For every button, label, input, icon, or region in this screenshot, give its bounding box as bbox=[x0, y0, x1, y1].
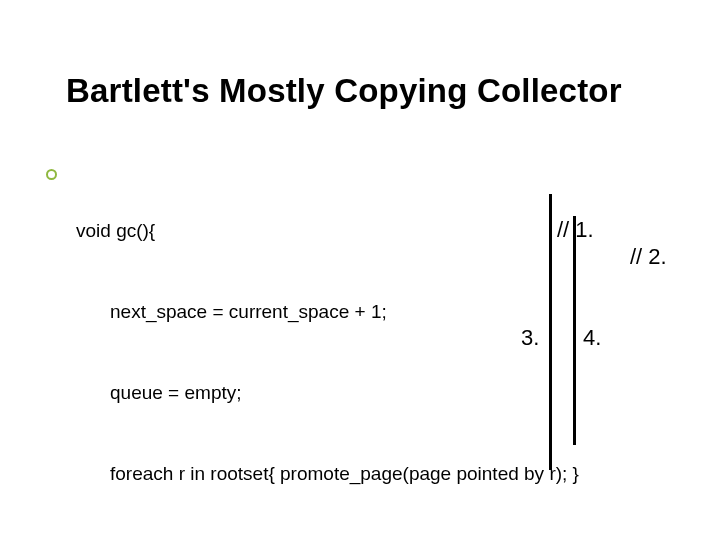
vertical-bar-1 bbox=[549, 194, 552, 470]
annotation-3: 3. bbox=[521, 325, 539, 351]
code-line: void gc(){ bbox=[76, 217, 582, 244]
annotation-4: 4. bbox=[583, 325, 601, 351]
bullet-icon bbox=[46, 169, 57, 180]
slide: Bartlett's Mostly Copying Collector void… bbox=[0, 0, 720, 540]
code-block: void gc(){ next_space = current_space + … bbox=[76, 163, 582, 540]
annotation-2: // 2. bbox=[630, 244, 667, 270]
code-line: foreach r in rootset{ promote_page(page … bbox=[76, 460, 582, 487]
vertical-bar-2 bbox=[573, 216, 576, 445]
slide-title: Bartlett's Mostly Copying Collector bbox=[66, 72, 622, 110]
code-line: queue = empty; bbox=[76, 379, 582, 406]
annotation-1: // 1. bbox=[557, 217, 594, 243]
code-line: next_space = current_space + 1; bbox=[76, 298, 582, 325]
